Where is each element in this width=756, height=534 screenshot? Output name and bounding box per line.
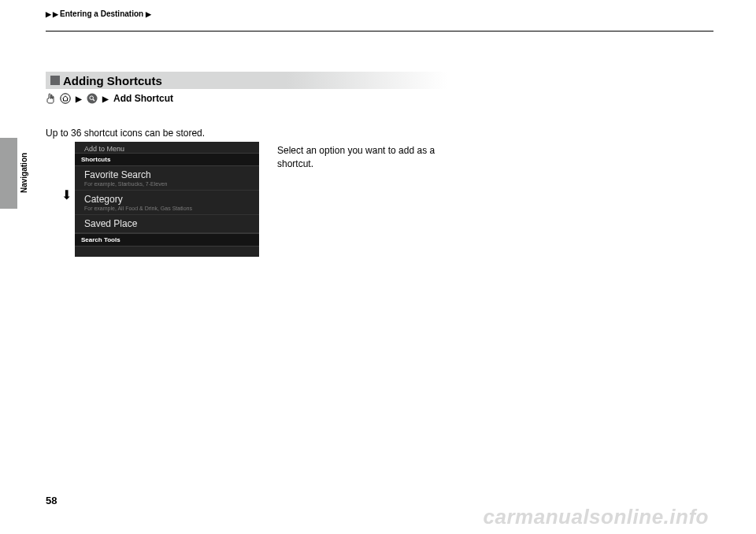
body-text-1: Up to 36 shortcut icons can be stored.: [46, 128, 205, 139]
ss-item-truncated: [75, 247, 259, 251]
down-arrow-icon: ⬇: [61, 187, 72, 202]
ss-item: Saved Place: [75, 215, 259, 233]
chevron-right-icon: ▶: [102, 95, 109, 103]
header-rule: [46, 31, 713, 32]
chevron-right-icon: ▶: [53, 10, 58, 18]
magnifier-circle-icon: [87, 93, 98, 104]
ss-item-title: Category: [84, 194, 253, 205]
hand-icon: [46, 93, 55, 104]
chevron-right-icon: ▶: [76, 95, 82, 103]
square-bullet-icon: [50, 76, 60, 85]
home-circle-icon: [60, 93, 71, 104]
nav-path-row: ▶ ▶ Add Shortcut: [46, 93, 173, 104]
section-heading: Adding Shortcuts: [46, 72, 447, 89]
body-text-2: Select an option you want to add as a sh…: [277, 144, 458, 172]
chevron-right-icon: ▶: [146, 10, 151, 18]
watermark: carmanualsonline.info: [484, 505, 709, 529]
ss-item: Favorite Search For example, Starbucks, …: [75, 166, 259, 191]
ss-item-title: Favorite Search: [84, 169, 253, 180]
header-breadcrumb: ▶▶Entering a Destination ▶: [46, 9, 713, 18]
ss-section-searchtools: Search Tools: [75, 233, 259, 247]
ss-item: Category For example, All Food & Drink, …: [75, 191, 259, 215]
ss-item-title: Saved Place: [84, 218, 253, 229]
svg-point-1: [87, 94, 98, 104]
svg-point-0: [61, 94, 70, 103]
side-tab: [0, 138, 17, 209]
device-screenshot: Add to Menu Shortcuts Favorite Search Fo…: [75, 142, 259, 257]
side-label: Navigation: [20, 153, 28, 193]
section-title-text: Adding Shortcuts: [63, 74, 162, 87]
ss-item-sub: For example, Starbucks, 7-Eleven: [84, 181, 253, 187]
chevron-right-icon: ▶: [46, 10, 51, 18]
page-number: 58: [46, 495, 57, 506]
breadcrumb-last: Add Shortcut: [113, 93, 173, 104]
header-crumb-text: Entering a Destination: [60, 9, 143, 18]
ss-item-sub: For example, All Food & Drink, Gas Stati…: [84, 206, 253, 211]
ss-section-shortcuts: Shortcuts: [75, 153, 259, 166]
ss-title: Add to Menu: [75, 142, 259, 153]
